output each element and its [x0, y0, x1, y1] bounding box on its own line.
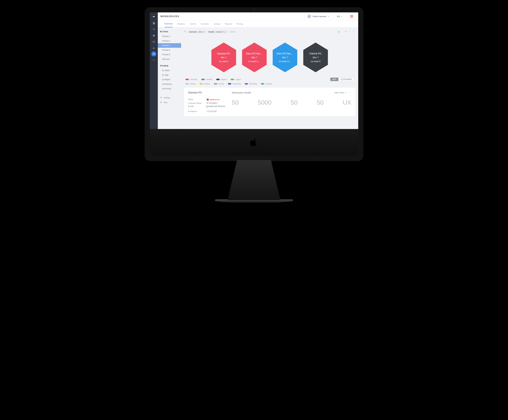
workspace-hex-4[interactable]: Patrick-PC Win 7 us-east-5: [302, 42, 329, 73]
tab-overview[interactable]: Overview: [164, 20, 173, 27]
language-label: EN: [337, 15, 340, 17]
legend-terminating: Terminating: [228, 83, 241, 85]
tab-pricing[interactable]: Pricing: [237, 21, 243, 27]
legend-stoping: Stoping: [214, 83, 224, 85]
sidebar-view-1[interactable]: Preview 1: [158, 34, 181, 39]
rail-dashboard-icon[interactable]: [151, 20, 157, 26]
tab-inventory[interactable]: Inventory: [201, 21, 209, 27]
sidebar-group-tags[interactable]: by Tags: [158, 73, 181, 77]
legend-available: Available: [201, 78, 212, 81]
source-toggle-liquidware[interactable]: LIQUIDWARE: [338, 78, 354, 81]
metric-2: 5000: [258, 99, 272, 106]
hex-mini-icon: [207, 98, 209, 101]
sidebar-views-title: My Views: [158, 29, 181, 34]
legend-logged: Logged: [231, 78, 240, 81]
camera-dot: [253, 9, 255, 11]
source-toggle-aws[interactable]: AWS: [330, 78, 338, 81]
workspace-hex-3[interactable]: Dem-PC*tes… Win 7 us-east-3…: [271, 42, 299, 73]
help-icon: [160, 101, 162, 104]
status-badge: UNHEALTHY: [207, 98, 220, 101]
legend-stopped: Stopped: [216, 78, 227, 81]
detail-row-computer: Computer Name:IP-C61354C1: [188, 102, 226, 105]
settings-label: Settings: [164, 97, 170, 99]
rail-chart-icon[interactable]: [151, 45, 157, 51]
health-metrics: 50 5000 50 50 UX: [232, 94, 351, 106]
sidebar-grouping-title: Grouping: [158, 63, 181, 68]
sidebar-group-status[interactable]: by Status: [158, 68, 181, 73]
panel-more-icon[interactable]: [349, 91, 351, 94]
remove-chip-icon[interactable]: ×: [224, 31, 226, 33]
svg-point-0: [153, 17, 154, 17]
workspace-hex-2[interactable]: Dam-PC*tes… Win 7 us-east-2…: [241, 42, 268, 73]
more-menu-icon[interactable]: [351, 30, 355, 34]
sidebar-settings[interactable]: Settings: [158, 95, 181, 100]
legend-pending: Pending: [200, 83, 210, 85]
help-badge-icon[interactable]: ?: [337, 31, 340, 33]
tab-groups[interactable]: Groups: [214, 21, 220, 27]
user-name: Patrick Hannah: [313, 15, 326, 17]
sidebar-group-directory[interactable]: by Directory: [158, 82, 181, 86]
apple-logo-icon: [250, 137, 258, 147]
time-range-selector[interactable]: Last 2 hours: [334, 92, 347, 94]
sidebar-view-5[interactable]: Preview 5: [158, 52, 181, 57]
legend-unhealthy: Unhealthy: [186, 78, 197, 81]
legend-starting: Starting: [186, 83, 195, 85]
sidebar-group-region[interactable]: by Region: [158, 77, 181, 82]
svg-point-9: [353, 31, 354, 31]
status-legend: Unhealthy Available Stopped Logged AWS L…: [184, 76, 355, 86]
svg-point-14: [350, 93, 350, 93]
rail-code-icon[interactable]: [151, 57, 157, 63]
rail-table-icon[interactable]: [151, 33, 157, 38]
metric-3: 50: [291, 99, 298, 106]
legend-updating: Updating: [261, 83, 272, 85]
remove-chip-icon[interactable]: ×: [203, 31, 205, 33]
top-bar: WORKSPACES Patrick Hannah EN: [158, 12, 358, 20]
workspace-hex-grid: Damian-PC Win 7 us-east-1 Dam-PC*tes… Wi…: [184, 37, 355, 75]
imac-chin: [150, 129, 358, 156]
avatar-icon: [307, 14, 311, 18]
rail-text-icon[interactable]: [151, 27, 157, 32]
svg-point-13: [350, 92, 350, 92]
add-filter-button[interactable]: Add filter: [229, 31, 236, 33]
sidebar-view-4[interactable]: Preview 4: [158, 48, 181, 52]
metric-4: 50: [317, 99, 324, 106]
rail-card-icon[interactable]: [151, 39, 157, 45]
svg-point-8: [184, 31, 186, 32]
filter-settings-icon[interactable]: [344, 30, 348, 34]
chevron-down-icon: [345, 92, 347, 93]
region-flag[interactable]: [347, 12, 356, 20]
language-selector[interactable]: EN: [334, 12, 345, 20]
filter-chip-bundle[interactable]: Bundle : windows 7×: [207, 31, 228, 33]
workspace-hex-1[interactable]: Damian-PC Win 7 us-east-1: [210, 42, 237, 73]
legend-rebuilding: Rebuilding: [245, 83, 257, 85]
nav-rail: [150, 12, 158, 129]
tab-reports[interactable]: Reports: [225, 21, 232, 27]
page-title: WORKSPACES: [160, 15, 179, 18]
sidebar-view-2[interactable]: Preview 2: [158, 39, 181, 43]
svg-rect-6: [153, 53, 154, 54]
user-menu[interactable]: Patrick Hannah: [305, 12, 332, 20]
sidebar-help[interactable]: Help: [158, 100, 181, 105]
chevron-down-icon: [328, 16, 329, 17]
detail-row-ip: IP Address:172.312.937: [188, 110, 226, 113]
sidebar-view-3[interactable]: Preview 3: [158, 43, 181, 48]
sidebar: My Views Preview 1 Preview 2 Preview 3 P…: [158, 27, 181, 129]
metric-5: UX: [343, 99, 351, 106]
rail-workspace-icon[interactable]: [151, 51, 156, 56]
detail-row-bundle: Bundle:Standard with Windows 7: [188, 105, 226, 110]
tab-events[interactable]: Events: [190, 21, 196, 27]
imac-stand: [228, 160, 280, 200]
filter-chip-username[interactable]: username : dami×: [187, 31, 206, 33]
tab-bar: Overview Monitors Events Inventory Group…: [158, 20, 358, 27]
sidebar-group-account[interactable]: by Account: [158, 86, 181, 91]
metric-1: 50: [232, 99, 239, 106]
tab-monitors[interactable]: Monitors: [178, 21, 185, 27]
sidebar-add-view[interactable]: Add view: [158, 57, 181, 61]
filter-bar: username : dami× Bundle : windows 7× Add…: [184, 29, 355, 35]
detail-panel: Damian-PC Status: UNHEALTHY Computer Nam…: [184, 88, 355, 116]
help-label: Help: [164, 102, 167, 104]
svg-point-11: [353, 32, 354, 32]
search-icon[interactable]: [184, 30, 187, 34]
flag-icon: [350, 15, 353, 17]
svg-point-2: [154, 17, 155, 17]
